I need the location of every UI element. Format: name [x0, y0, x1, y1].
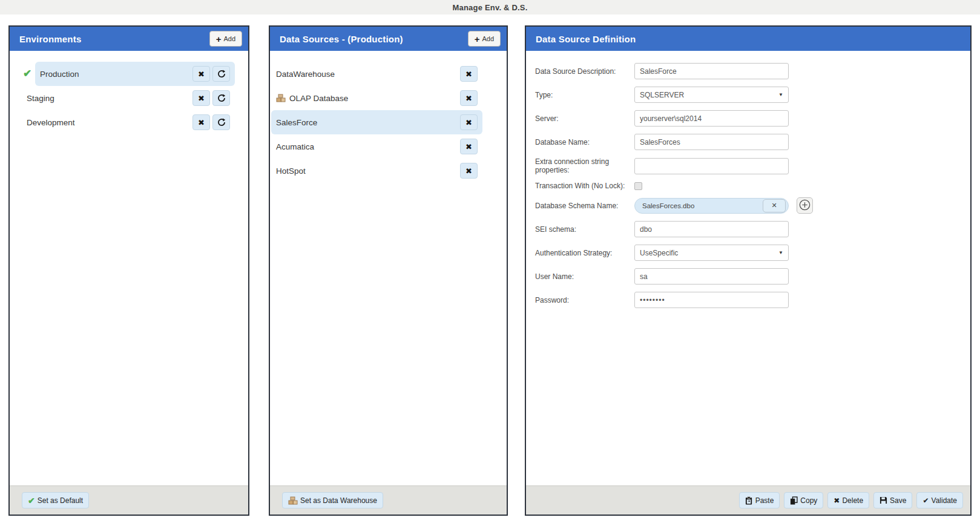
- delete-datasource-button[interactable]: ✖: [460, 114, 478, 130]
- copy-button[interactable]: Copy: [784, 492, 823, 508]
- delete-icon: ✖: [465, 94, 472, 102]
- form-row-description: Data Source Description:: [535, 63, 970, 79]
- env-item-staging[interactable]: Staging ✖: [10, 86, 235, 110]
- form-row-user: User Name:: [535, 268, 970, 285]
- ds-item-pill: HotSpot ✖: [271, 159, 482, 183]
- validate-label: Validate: [932, 496, 957, 505]
- delete-icon: ✖: [465, 70, 472, 78]
- delete-environment-button[interactable]: ✖: [192, 90, 210, 106]
- copy-label: Copy: [800, 496, 817, 505]
- warehouse-icon: [288, 496, 298, 505]
- paste-button[interactable]: Paste: [739, 492, 780, 508]
- auth-strategy-select[interactable]: UseSpecific ▼: [634, 245, 789, 261]
- no-lock-checkbox[interactable]: [634, 182, 642, 190]
- plus-circle-icon: [799, 199, 811, 212]
- remove-schema-button[interactable]: ✕: [763, 199, 786, 212]
- ds-item-pill: Acumatica ✖: [271, 134, 482, 159]
- warehouse-icon: [276, 94, 286, 102]
- sei-schema-label: SEI schema:: [535, 225, 634, 234]
- refresh-environment-button[interactable]: [212, 114, 230, 130]
- definition-panel: Data Source Definition Data Source Descr…: [525, 25, 972, 516]
- save-label: Save: [890, 496, 906, 505]
- environments-footer: ✔ Set as Default: [10, 485, 248, 515]
- delete-datasource-button[interactable]: ✖: [460, 66, 478, 82]
- ds-item-hotspot[interactable]: HotSpot ✖: [271, 159, 482, 183]
- datasources-panel: Data Sources - (Production) + Add DataWa…: [269, 25, 508, 516]
- form-row-database: Database Name:: [535, 134, 970, 150]
- form-row-server: Server:: [535, 110, 970, 127]
- delete-button[interactable]: ✖ Delete: [827, 492, 869, 508]
- delete-environment-button[interactable]: ✖: [192, 66, 210, 82]
- environments-header: Environments + Add: [10, 27, 248, 51]
- user-name-label: User Name:: [535, 272, 634, 281]
- caret-down-icon: ▼: [778, 250, 783, 255]
- delete-datasource-button[interactable]: ✖: [460, 163, 478, 179]
- refresh-environment-button[interactable]: [212, 90, 230, 106]
- set-as-default-label: Set as Default: [38, 496, 83, 505]
- paste-icon: [745, 496, 753, 505]
- refresh-environment-button[interactable]: [212, 66, 230, 82]
- env-item-label: Development: [27, 118, 190, 127]
- add-datasource-button[interactable]: + Add: [468, 31, 501, 47]
- delete-icon: ✖: [198, 94, 205, 102]
- ds-item-label: OLAP Database: [289, 94, 458, 103]
- add-schema-button[interactable]: [797, 197, 813, 214]
- description-field[interactable]: [634, 63, 789, 79]
- validate-button[interactable]: ✔ Validate: [916, 492, 963, 508]
- datasources-header: Data Sources - (Production) + Add: [270, 27, 507, 51]
- ds-item-label: SalesForce: [276, 118, 458, 127]
- user-name-field[interactable]: [634, 268, 789, 285]
- definition-header: Data Source Definition: [526, 27, 970, 51]
- ds-item-salesforce[interactable]: SalesForce ✖: [271, 110, 482, 134]
- type-label: Type:: [535, 91, 634, 99]
- copy-icon: [790, 496, 798, 505]
- form-row-password: Password:: [535, 292, 970, 308]
- auth-strategy-label: Authentication Strategy:: [535, 249, 634, 257]
- server-field[interactable]: [634, 110, 789, 127]
- delete-icon: ✖: [834, 497, 840, 504]
- database-name-label: Database Name:: [535, 138, 634, 146]
- database-name-field[interactable]: [634, 134, 789, 150]
- delete-icon: ✖: [198, 119, 205, 127]
- set-as-data-warehouse-button[interactable]: Set as Data Warehouse: [282, 492, 383, 508]
- save-button[interactable]: Save: [873, 492, 912, 508]
- extra-props-label: Extra connection string properties:: [535, 157, 634, 174]
- form-row-type: Type: SQLSERVER ▼: [535, 87, 970, 103]
- form-row-no-lock: Transaction With (No Lock):: [535, 182, 970, 190]
- delete-datasource-button[interactable]: ✖: [460, 90, 478, 106]
- password-field[interactable]: [634, 292, 789, 308]
- form-row-extra-props: Extra connection string properties:: [535, 157, 970, 174]
- environments-panel: Environments + Add ✔ Production ✖ Stagi: [8, 25, 249, 516]
- extra-props-field[interactable]: [634, 158, 789, 174]
- paste-label: Paste: [755, 496, 774, 505]
- ds-item-olap-database[interactable]: OLAP Database ✖: [271, 86, 482, 110]
- ds-item-label: DataWarehouse: [276, 70, 458, 79]
- page-title: Manage Env. & D.S.: [453, 3, 528, 12]
- type-select-value: SQLSERVER: [640, 91, 684, 99]
- definition-title: Data Source Definition: [536, 34, 636, 44]
- env-item-label: Staging: [27, 94, 190, 103]
- ds-item-pill: OLAP Database ✖: [271, 86, 482, 110]
- refresh-icon: [217, 118, 226, 127]
- set-as-default-button[interactable]: ✔ Set as Default: [22, 492, 89, 508]
- top-title-bar: Manage Env. & D.S.: [0, 0, 980, 15]
- schema-tag[interactable]: SalesForces.dbo ✕: [634, 198, 789, 214]
- delete-icon: ✖: [198, 70, 205, 78]
- default-check-icon: ✔: [23, 68, 31, 79]
- schema-name-label: Database Schema Name:: [535, 202, 634, 210]
- env-item-development[interactable]: Development ✖: [10, 110, 235, 134]
- delete-datasource-button[interactable]: ✖: [460, 139, 478, 154]
- datasources-footer: Set as Data Warehouse: [270, 485, 507, 515]
- ds-item-datawarehouse[interactable]: DataWarehouse ✖: [271, 62, 482, 86]
- remove-icon: ✕: [771, 202, 777, 209]
- validate-icon: ✔: [922, 497, 929, 504]
- delete-environment-button[interactable]: ✖: [192, 114, 210, 130]
- ds-item-acumatica[interactable]: Acumatica ✖: [271, 134, 482, 159]
- plus-icon: +: [475, 35, 480, 44]
- env-item-production[interactable]: ✔ Production ✖: [10, 62, 235, 86]
- sei-schema-field[interactable]: [634, 221, 789, 237]
- refresh-icon: [217, 94, 226, 102]
- type-select[interactable]: SQLSERVER ▼: [634, 87, 789, 103]
- add-environment-button[interactable]: + Add: [209, 31, 242, 47]
- delete-icon: ✖: [465, 143, 472, 151]
